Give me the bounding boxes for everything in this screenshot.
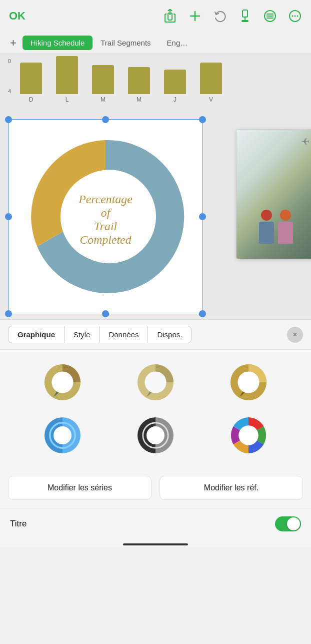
style-option-6[interactable]	[206, 413, 291, 458]
handle-top-middle[interactable]	[102, 116, 109, 123]
donut-chart-container[interactable]: Percentage of Trail Completed	[8, 119, 203, 314]
title-toggle[interactable]	[275, 516, 301, 531]
svg-rect-10	[242, 20, 248, 22]
undo-icon[interactable]	[213, 9, 227, 23]
tab-bar: + Hiking Schedule Trail Segments Eng…	[0, 32, 311, 54]
bar-col-3: M	[92, 65, 114, 103]
paint-icon[interactable]	[238, 9, 252, 23]
svg-point-16	[292, 16, 294, 17]
svg-point-25	[144, 371, 166, 393]
tab-donnees[interactable]: Données	[100, 326, 148, 343]
style-option-2[interactable]	[113, 360, 198, 405]
modify-series-button[interactable]: Modifier les séries	[8, 476, 152, 500]
bar-col-1: D	[20, 63, 42, 103]
tab-graphique[interactable]: Graphique	[8, 326, 64, 343]
svg-point-31	[238, 425, 258, 445]
bar-m2	[128, 67, 150, 94]
title-row: Titre	[0, 508, 311, 539]
photo-image: ✈	[236, 130, 311, 259]
handle-middle-left[interactable]	[5, 213, 12, 220]
bar-v	[200, 63, 222, 94]
handle-middle-right[interactable]	[199, 213, 206, 220]
add-sheet-button[interactable]: +	[4, 37, 22, 50]
toggle-knob	[287, 517, 300, 530]
style-option-1[interactable]	[20, 360, 105, 405]
bird-icon: ✈	[301, 136, 310, 148]
bar-col-5: J	[164, 70, 186, 103]
person-2-body	[278, 222, 293, 244]
canvas-area[interactable]: Percentage of Trail Completed ✈	[0, 114, 311, 319]
bar-l	[56, 56, 78, 94]
person-1-head	[261, 210, 272, 221]
style-option-3[interactable]	[206, 360, 291, 405]
svg-point-18	[297, 16, 298, 17]
style-grid	[0, 350, 311, 468]
bar-d	[20, 63, 42, 94]
bar-chart-area: 4 0 D L M M J V	[0, 54, 311, 114]
title-label: Titre	[10, 519, 275, 529]
close-button[interactable]: ×	[287, 327, 303, 343]
more-icon[interactable]	[288, 9, 302, 23]
person-1-body	[259, 222, 274, 244]
svg-point-29	[146, 426, 164, 444]
toolbar-actions	[163, 9, 302, 23]
bar-label-m2: M	[136, 96, 142, 103]
tab-eng[interactable]: Eng…	[159, 36, 196, 50]
bar-y-axis: 4 0	[8, 58, 11, 94]
modify-ref-button[interactable]: Modifier les réf.	[160, 476, 303, 500]
bar-label-l: L	[66, 96, 69, 103]
ok-button[interactable]: OK	[9, 10, 26, 23]
svg-point-27	[54, 426, 72, 444]
handle-bottom-right[interactable]	[199, 310, 206, 317]
person-1	[259, 210, 274, 244]
style-option-4[interactable]	[20, 413, 105, 458]
tab-style[interactable]: Style	[64, 326, 100, 343]
home-indicator	[0, 539, 311, 547]
person-2	[278, 210, 293, 244]
svg-text:Trail: Trail	[94, 220, 118, 233]
bar-label-v: V	[209, 96, 213, 103]
bar-col-6: V	[200, 63, 222, 103]
donut-chart-svg: Percentage of Trail Completed	[20, 132, 190, 302]
svg-text:Completed: Completed	[80, 233, 131, 246]
add-icon[interactable]	[188, 9, 202, 23]
bottom-panel: Graphique Style Données Dispos. ×	[0, 319, 311, 547]
svg-point-26	[238, 371, 259, 393]
action-buttons: Modifier les séries Modifier les réf.	[0, 468, 311, 508]
bar-col-4: M	[128, 67, 150, 103]
svg-text:Percentage: Percentage	[78, 193, 132, 206]
tab-hiking-schedule[interactable]: Hiking Schedule	[22, 36, 92, 50]
toolbar: OK	[0, 0, 311, 32]
tab-trail-segments[interactable]: Trail Segments	[92, 36, 158, 50]
person-2-head	[280, 210, 291, 221]
people-silhouette	[259, 210, 293, 244]
tab-dispos[interactable]: Dispos.	[148, 326, 192, 343]
handle-bottom-left[interactable]	[5, 310, 12, 317]
svg-point-17	[294, 16, 296, 17]
y-label-bottom: 0	[8, 58, 11, 64]
handle-bottom-middle[interactable]	[102, 310, 109, 317]
bar-m1	[92, 65, 114, 94]
photo-container: ✈	[236, 129, 311, 259]
home-indicator-bar	[123, 543, 188, 545]
bar-label-m1: M	[100, 96, 106, 103]
style-option-5[interactable]	[113, 413, 198, 458]
bar-col-2: L	[56, 56, 78, 103]
handle-top-left[interactable]	[5, 116, 12, 123]
menu-lines-icon[interactable]	[263, 9, 277, 23]
y-label-top: 4	[8, 88, 11, 94]
svg-point-24	[52, 371, 73, 393]
handle-top-right[interactable]	[199, 116, 206, 123]
bar-chart: D L M M J V	[8, 58, 303, 103]
chart-type-tabs: Graphique Style Données Dispos. ×	[0, 320, 311, 350]
bar-j	[164, 70, 186, 94]
share-icon[interactable]	[163, 9, 177, 23]
svg-rect-8	[242, 10, 248, 17]
bar-label-d: D	[29, 96, 34, 103]
bar-label-j: J	[174, 96, 176, 103]
